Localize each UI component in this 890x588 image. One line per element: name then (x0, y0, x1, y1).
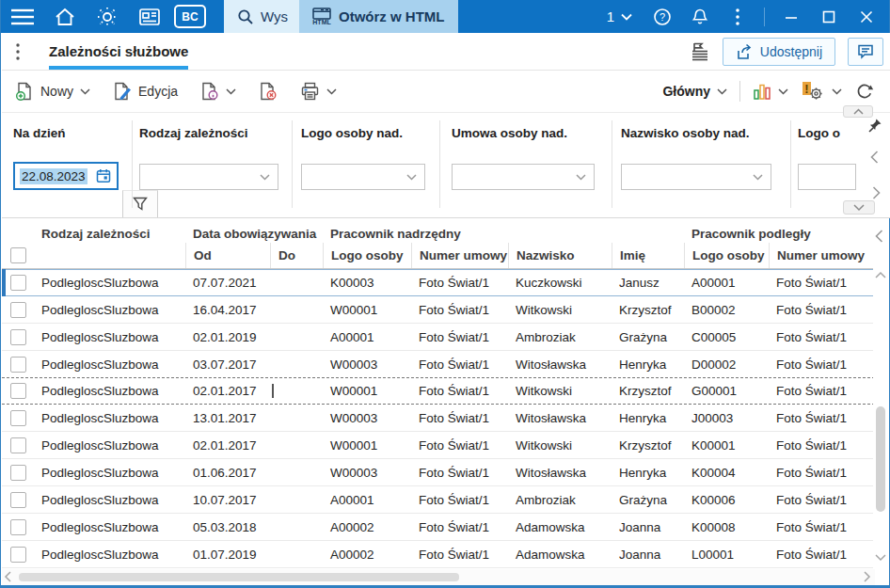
cell-logo-nad[interactable]: W00003 (323, 411, 411, 425)
search-box[interactable]: Wys (224, 0, 299, 33)
cell-umowa-nad[interactable]: Foto Świat/1 (411, 384, 508, 398)
row-checkbox[interactable] (10, 547, 26, 563)
scroll-up-button[interactable] (875, 271, 886, 278)
column-header-nazwisko[interactable]: Nazwisko (508, 243, 612, 268)
table-row[interactable]: PodlegloscSluzbowa 01.06.2017 W00003 Fot… (2, 459, 875, 486)
cell-imie[interactable]: Grażyna (612, 493, 684, 507)
row-checkbox[interactable] (10, 465, 26, 481)
cell-nazwisko[interactable]: Witosławska (508, 411, 612, 425)
row-checkbox[interactable] (10, 437, 26, 453)
cell-logo-nad[interactable]: A00002 (323, 548, 411, 562)
print-button[interactable] (300, 82, 337, 101)
cell-nazwisko[interactable]: Adamowska (508, 548, 612, 562)
cell-imie[interactable]: Krzysztof (612, 303, 684, 317)
cell-umowa-nad[interactable]: Foto Świat/1 (411, 438, 508, 453)
chat-button[interactable] (848, 38, 883, 66)
cell-logo-nad[interactable]: W00001 (323, 384, 411, 398)
table-row[interactable]: PodlegloscSluzbowa 10.07.2017 A00001 Fot… (2, 486, 875, 514)
cell-nazwisko[interactable]: Adamowska (508, 520, 612, 534)
cell-umowa-nad[interactable]: Foto Świat/1 (411, 493, 508, 507)
column-header-numer-umowy-nad[interactable]: Numer umowy (411, 243, 508, 268)
cell-rodzaj[interactable]: PodlegloscSluzbowa (34, 276, 185, 290)
select-all-checkbox[interactable] (10, 247, 26, 263)
cell-od[interactable]: 07.07.2021 (185, 276, 270, 290)
filter-funnel-button[interactable] (122, 190, 158, 218)
cell-umowa-nad[interactable]: Foto Świat/1 (411, 520, 508, 534)
table-row[interactable]: PodlegloscSluzbowa 02.01.2017 W00001 Fot… (2, 432, 875, 459)
cell-logo-pod[interactable]: J00003 (684, 411, 769, 425)
cell-nazwisko[interactable]: Witkowski (508, 384, 612, 398)
cell-logo-nad[interactable]: A00001 (323, 493, 411, 507)
pin-icon[interactable] (867, 118, 882, 133)
cell-logo-nad[interactable]: W00001 (323, 303, 411, 317)
cell-logo-nad[interactable]: A00002 (323, 520, 411, 534)
cell-logo-pod[interactable]: A00001 (684, 276, 769, 290)
column-header-do[interactable]: Do (270, 243, 323, 268)
notifications-button[interactable] (683, 0, 717, 33)
cell-rodzaj[interactable]: PodlegloscSluzbowa (34, 466, 185, 480)
maximize-button[interactable] (812, 0, 846, 33)
group-header-pracownik-podlegly[interactable]: Pracownik podległy (684, 227, 875, 241)
cell-logo-pod[interactable]: D00002 (684, 358, 769, 372)
row-checkbox[interactable] (10, 383, 26, 399)
cell-rodzaj[interactable]: PodlegloscSluzbowa (34, 330, 185, 344)
cell-od[interactable]: 02.01.2017 (185, 438, 270, 453)
new-button[interactable]: Nowy (15, 82, 90, 101)
view-selector[interactable]: Główny (662, 84, 727, 99)
bc-app-button[interactable]: BC (170, 0, 208, 33)
cell-rodzaj[interactable]: PodlegloscSluzbowa (34, 520, 185, 534)
table-row[interactable]: PodlegloscSluzbowa 03.07.2017 W00003 Fot… (2, 351, 875, 378)
cell-umowa-pod[interactable]: Foto Świat/1 (769, 358, 875, 372)
umowa-nad-filter-input[interactable] (452, 164, 595, 190)
cell-logo-nad[interactable]: W00001 (323, 438, 411, 453)
cell-umowa-pod[interactable]: Foto Świat/1 (769, 548, 875, 562)
table-row-focused[interactable]: PodlegloscSluzbowa 02.01.2017 W00001 Fot… (2, 377, 875, 405)
cell-nazwisko[interactable]: Witosławska (508, 358, 612, 372)
edit-button[interactable]: Edycja (113, 82, 178, 101)
group-header-data-obowiazywania[interactable]: Data obowiązywania (185, 227, 323, 241)
cell-imie[interactable]: Grażyna (612, 330, 684, 344)
cell-rodzaj[interactable]: PodlegloscSluzbowa (34, 303, 185, 317)
cell-nazwisko[interactable]: Ambroziak (508, 330, 612, 344)
cell-od[interactable]: 03.07.2017 (185, 358, 270, 372)
cell-umowa-nad[interactable]: Foto Świat/1 (411, 358, 508, 372)
cell-do-focused[interactable] (270, 384, 323, 398)
column-header-imie[interactable]: Imię (612, 243, 684, 268)
cell-nazwisko[interactable]: Witkowski (508, 303, 612, 317)
cell-umowa-nad[interactable]: Foto Świat/1 (411, 330, 508, 344)
cell-nazwisko[interactable]: Witkowski (508, 438, 612, 453)
cell-imie[interactable]: Janusz (612, 276, 684, 290)
row-checkbox[interactable] (10, 275, 26, 291)
row-checkbox[interactable] (10, 329, 26, 345)
cell-od[interactable]: 01.06.2017 (185, 466, 270, 480)
cell-logo-pod[interactable]: G00001 (684, 384, 769, 398)
cell-imie[interactable]: Krzysztof (612, 384, 684, 398)
row-checkbox[interactable] (10, 519, 26, 535)
cell-logo-pod[interactable]: K00008 (684, 520, 769, 534)
view-details-button[interactable] (200, 82, 236, 101)
cell-rodzaj[interactable]: PodlegloscSluzbowa (34, 548, 185, 562)
panel-next-button[interactable] (872, 186, 881, 199)
scroll-left-button[interactable] (4, 571, 11, 582)
cell-imie[interactable]: Henryka (612, 466, 684, 480)
column-header-od[interactable]: Od (185, 243, 270, 268)
refresh-button[interactable] (854, 81, 875, 102)
cell-od[interactable]: 01.07.2019 (185, 548, 270, 562)
cell-logo-pod[interactable]: B00002 (684, 303, 769, 317)
cell-rodzaj[interactable]: PodlegloscSluzbowa (34, 358, 185, 372)
cell-imie[interactable]: Joanna (612, 520, 684, 534)
cell-rodzaj[interactable]: PodlegloscSluzbowa (34, 438, 185, 453)
horizontal-scrollbar[interactable] (2, 569, 875, 585)
nazwisko-nad-filter-input[interactable] (621, 164, 771, 190)
vertical-scrollbar[interactable] (873, 218, 888, 569)
cell-rodzaj[interactable]: PodlegloscSluzbowa (34, 411, 185, 425)
cell-od[interactable]: 05.03.2018 (185, 520, 270, 534)
vertical-scrollbar-thumb[interactable] (876, 406, 885, 512)
cell-imie[interactable]: Henryka (612, 411, 684, 425)
cell-umowa-nad[interactable]: Foto Świat/1 (411, 548, 508, 562)
cell-od[interactable]: 02.01.2019 (185, 330, 270, 344)
cell-umowa-nad[interactable]: Foto Świat/1 (411, 276, 508, 290)
scroll-down-button[interactable] (875, 554, 886, 562)
page-more-button[interactable] (2, 43, 34, 60)
cell-imie[interactable]: Joanna (612, 548, 684, 562)
